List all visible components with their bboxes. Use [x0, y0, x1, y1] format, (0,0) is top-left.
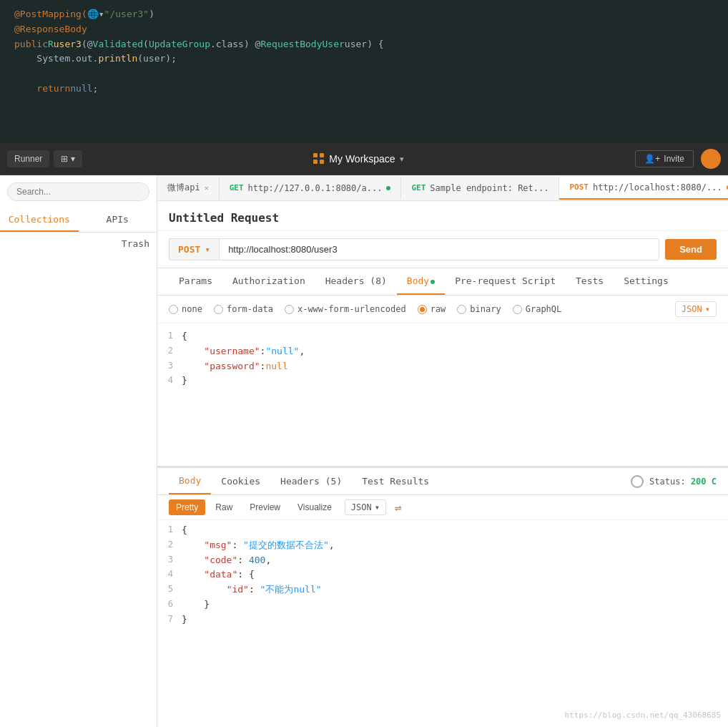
resp-line-6: 6 } [157, 597, 728, 613]
tab-close-weibo[interactable]: ✕ [205, 184, 209, 192]
format-preview[interactable]: Preview [242, 499, 287, 515]
response-status: Status: 200 C [631, 475, 717, 488]
workspace-icon [313, 153, 325, 165]
json-format-selector[interactable]: JSON ▾ [675, 301, 717, 317]
format-pretty[interactable]: Pretty [169, 499, 205, 515]
request-title: Untitled Request [157, 201, 728, 231]
sidebar-tab-collections[interactable]: Collections [0, 208, 79, 232]
sidebar-search-area [0, 175, 157, 208]
code-line-1: @PostMapping(🌐▾"/user3") [14, 7, 714, 22]
workspace-button[interactable]: My Workspace ▾ [313, 153, 403, 165]
chevron-json-icon: ▾ [705, 304, 710, 314]
layout-button[interactable]: ⊞ ▾ [54, 150, 82, 167]
tab-url-get1: http://127.0.0.1:8080/a... [248, 183, 383, 193]
invite-button[interactable]: 👤+ Invite [635, 150, 694, 167]
body-line-1: 1 { [157, 329, 728, 344]
workspace-label: My Workspace [329, 153, 395, 165]
method-label: POST [178, 244, 200, 255]
user-avatar [701, 149, 721, 169]
tab-method-get2: GET [411, 183, 426, 192]
main-layout: Collections APIs Trash 微博api ✕ GET http:… [0, 175, 728, 727]
sidebar: Collections APIs Trash [0, 175, 157, 727]
tab-body[interactable]: Body [397, 268, 445, 295]
tab-params[interactable]: Params [169, 268, 222, 295]
radio-circle-binary [457, 305, 466, 314]
radio-binary[interactable]: binary [457, 304, 501, 314]
body-code-area[interactable]: 1 { 2 "username":"null", 3 "password":nu… [157, 323, 728, 467]
resp-tab-headers[interactable]: Headers (5) [270, 469, 352, 494]
tab-dot-get1 [386, 186, 390, 190]
method-select[interactable]: POST ▾ [169, 238, 219, 260]
code-editor: @PostMapping(🌐▾"/user3") @ResponseBody p… [0, 0, 728, 143]
radio-urlencoded[interactable]: x-www-form-urlencoded [285, 304, 406, 314]
chevron-down-icon: ▾ [400, 155, 404, 164]
tab-prerequest[interactable]: Pre-request Script [445, 268, 566, 295]
sidebar-trash[interactable]: Trash [0, 233, 157, 255]
body-code-inner: 1 { 2 "username":"null", 3 "password":nu… [157, 323, 728, 467]
body-dot [431, 280, 435, 284]
chevron-method-icon: ▾ [205, 244, 210, 255]
code-line-2: @ResponseBody [14, 22, 714, 37]
code-line-6: return null; [14, 82, 714, 97]
resp-line-7: 7 } [157, 613, 728, 628]
body-line-3: 3 "password":null [157, 359, 728, 374]
wrap-button[interactable]: ⇌ [395, 501, 402, 514]
request-tabs: Params Authorization Headers (8) Body Pr… [157, 268, 728, 296]
radio-raw[interactable]: raw [418, 304, 446, 314]
runner-button[interactable]: Runner [7, 150, 49, 167]
tabs-bar: 微博api ✕ GET http://127.0.0.1:8080/a... G… [157, 175, 728, 201]
user-plus-icon: 👤+ [644, 154, 660, 164]
postman-toolbar: Runner ⊞ ▾ My Workspace ▾ 👤+ Invite [0, 143, 728, 175]
layout-icon: ⊞ ▾ [61, 154, 74, 164]
sidebar-tabs: Collections APIs [0, 208, 157, 233]
radio-circle-none [169, 305, 178, 314]
tab-url-get2: Sample endpoint: Ret... [430, 183, 549, 193]
tab-get-2[interactable]: GET Sample endpoint: Ret... [401, 177, 559, 199]
radio-circle-graphql [513, 305, 522, 314]
globe-icon [631, 475, 644, 488]
code-line-4: System.out.println(user); [14, 52, 714, 67]
tab-get-1[interactable]: GET http://127.0.0.1:8080/a... [220, 177, 402, 199]
radio-circle-form-data [214, 305, 223, 314]
tab-method-post1: POST [569, 182, 589, 192]
resp-line-1: 1 { [157, 523, 728, 538]
radio-none[interactable]: none [169, 304, 202, 314]
format-visualize[interactable]: Visualize [290, 499, 339, 515]
runner-label: Runner [14, 154, 42, 164]
status-code: 200 C [691, 477, 717, 487]
resp-tab-body[interactable]: Body [169, 468, 211, 494]
url-input[interactable] [219, 238, 659, 260]
resp-tab-cookies[interactable]: Cookies [211, 469, 270, 494]
search-input[interactable] [7, 182, 149, 201]
resp-tab-test-results[interactable]: Test Results [352, 469, 439, 494]
tab-post-1[interactable]: POST http://localhost:8080/... [559, 177, 728, 200]
tab-tests[interactable]: Tests [566, 268, 614, 295]
tab-headers[interactable]: Headers (8) [315, 268, 397, 295]
send-button[interactable]: Send [665, 239, 717, 260]
tab-weibo-api[interactable]: 微博api ✕ [157, 176, 220, 200]
sidebar-tab-apis[interactable]: APIs [79, 208, 157, 232]
radio-form-data[interactable]: form-data [214, 304, 273, 314]
body-type-bar: none form-data x-www-form-urlencoded raw… [157, 296, 728, 323]
tab-authorization[interactable]: Authorization [222, 268, 315, 295]
resp-line-2: 2 "msg": "提交的数据不合法", [157, 538, 728, 553]
invite-label: Invite [664, 154, 684, 164]
radio-graphql[interactable]: GraphQL [513, 304, 562, 314]
resp-line-5: 5 "id": "不能为null" [157, 582, 728, 597]
code-line-5 [14, 67, 714, 82]
chevron-resp-json-icon: ▾ [375, 502, 380, 512]
format-raw[interactable]: Raw [208, 499, 240, 515]
url-bar: POST ▾ Send [157, 231, 728, 268]
watermark: https://blog.csdn.net/qq_43068685 [564, 711, 721, 720]
response-format-bar: Pretty Raw Preview Visualize JSON ▾ ⇌ [157, 495, 728, 520]
code-line-3: public R user3(@Validated(UpdateGroup.cl… [14, 37, 714, 52]
resp-line-4: 4 "data": { [157, 567, 728, 582]
response-section: Body Cookies Headers (5) Test Results St… [157, 467, 728, 653]
body-line-4: 4 } [157, 374, 728, 389]
response-tabs-bar: Body Cookies Headers (5) Test Results St… [157, 468, 728, 495]
tab-weibo-label: 微博api [167, 182, 200, 194]
tab-url-post1: http://localhost:8080/... [593, 182, 722, 192]
response-json-selector[interactable]: JSON ▾ [345, 499, 386, 515]
body-line-2: 2 "username":"null", [157, 344, 728, 359]
tab-settings[interactable]: Settings [614, 268, 679, 295]
